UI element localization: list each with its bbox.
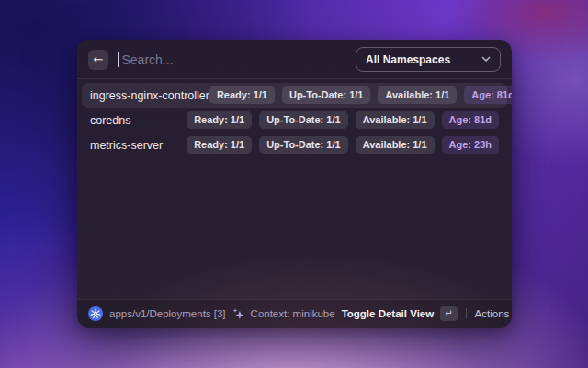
status-badges: Ready: 1/1 Up-To-Date: 1/1 Available: 1/… [187,136,499,154]
search-placeholder: Search... [122,52,174,67]
up-to-date-badge: Up-To-Date: 1/1 [259,111,347,129]
arrow-left-icon: ← [94,53,104,65]
list-item-metrics-server[interactable]: metrics-server Ready: 1/1 Up-To-Date: 1/… [82,132,507,157]
list-item-coredns[interactable]: coredns Ready: 1/1 Up-To-Date: 1/1 Avail… [82,108,507,132]
toggle-detail-view-button[interactable]: Toggle Detail View [342,308,435,319]
actions-button[interactable]: Actions [475,308,510,319]
status-badges: Ready: 1/1 Up-To-Date: 1/1 Available: 1/… [187,111,499,129]
age-badge: Age: 81d [442,111,499,129]
return-key-badge: ↵ [440,306,457,321]
deployment-name: coredns [90,114,130,127]
status-bar: apps/v1/Deployments [3] Context: minikub… [77,299,512,328]
deployment-name: ingress-nginx-controller [90,89,209,102]
chevron-down-icon [481,56,491,63]
deployment-name: metrics-server [90,139,163,152]
kubernetes-icon [88,306,103,321]
text-caret [118,52,119,67]
status-badges: Ready: 1/1 Up-To-Date: 1/1 Available: 1/… [209,86,512,104]
age-badge: Age: 81d [464,86,512,104]
ready-badge: Ready: 1/1 [187,111,252,129]
age-badge: Age: 23h [442,136,499,154]
available-badge: Available: 1/1 [378,86,457,104]
back-button[interactable]: ← [88,50,108,70]
search-input[interactable]: Search... [118,52,346,67]
available-badge: Available: 1/1 [356,111,435,129]
command-palette-window: ← Search... All Namespaces ingress-nginx… [77,40,512,328]
list-item-ingress-nginx-controller[interactable]: ingress-nginx-controller Ready: 1/1 Up-T… [82,83,507,108]
up-to-date-badge: Up-To-Date: 1/1 [282,86,370,104]
footer-divider [466,308,467,319]
available-badge: Available: 1/1 [356,136,435,154]
namespace-dropdown-value: All Namespaces [366,53,450,66]
footer-actions: Toggle Detail View ↵ Actions ⌘ K [342,306,512,321]
ready-badge: Ready: 1/1 [209,86,275,104]
resource-breadcrumb: apps/v1/Deployments [3] [109,308,226,319]
search-header: ← Search... All Namespaces [77,40,512,79]
up-to-date-badge: Up-To-Date: 1/1 [259,136,347,154]
deployments-list: ingress-nginx-controller Ready: 1/1 Up-T… [77,79,512,161]
context-label: Context: minikube [251,308,335,319]
namespace-dropdown[interactable]: All Namespaces [356,47,501,72]
ready-badge: Ready: 1/1 [187,136,252,154]
sparkles-icon [232,308,244,320]
